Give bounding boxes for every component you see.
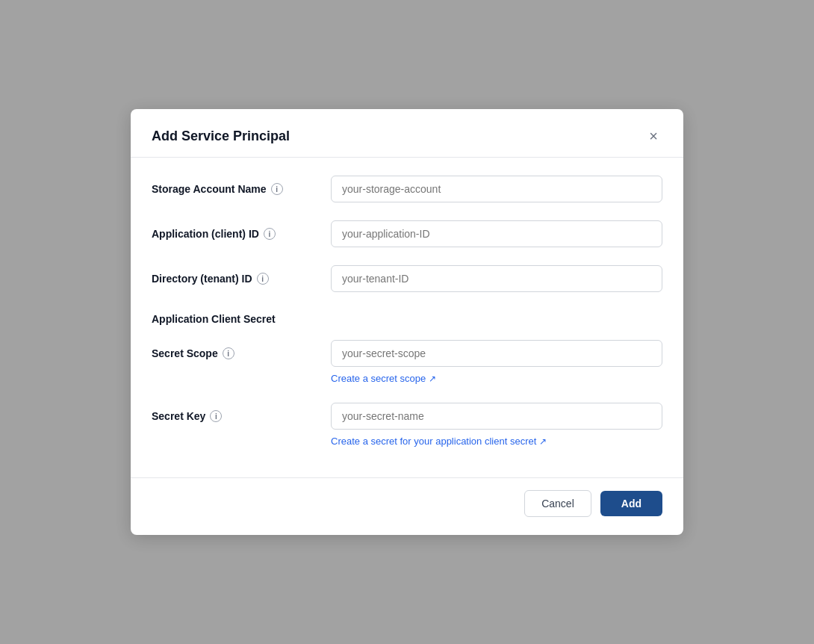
application-client-id-group: Application (client) ID i [152, 220, 662, 247]
directory-tenant-id-label: Directory (tenant) ID i [152, 273, 331, 285]
add-service-principal-modal: Add Service Principal × Storage Account … [131, 109, 683, 535]
modal-header: Add Service Principal × [131, 109, 683, 158]
storage-account-name-label: Storage Account Name i [152, 183, 331, 195]
secret-key-label: Secret Key i [152, 410, 331, 422]
modal-body: Storage Account Name i Application (clie… [131, 158, 683, 477]
storage-account-name-group: Storage Account Name i [152, 176, 662, 202]
external-link-icon-scope: ↗ [429, 374, 436, 384]
application-client-secret-heading: Application Client Secret [152, 310, 662, 325]
directory-tenant-id-info-icon[interactable]: i [257, 273, 269, 285]
secret-scope-label: Secret Scope i [152, 347, 331, 359]
secret-key-input[interactable] [331, 403, 662, 430]
create-secret-scope-link[interactable]: Create a secret scope ↗ [331, 373, 436, 384]
secret-scope-group: Secret Scope i Create a secret scope ↗ [152, 340, 662, 385]
secret-key-group: Secret Key i Create a secret for your ap… [152, 403, 662, 448]
modal-title: Add Service Principal [152, 129, 290, 144]
external-link-icon-key: ↗ [539, 436, 547, 447]
create-secret-key-link[interactable]: Create a secret for your application cli… [331, 436, 547, 447]
application-client-id-label: Application (client) ID i [152, 228, 331, 240]
secret-key-info-icon[interactable]: i [210, 410, 222, 422]
directory-tenant-id-input[interactable] [331, 265, 662, 292]
close-button[interactable]: × [644, 127, 662, 145]
add-button[interactable]: Add [600, 491, 662, 516]
application-client-secret-section: Application Client Secret [152, 310, 662, 325]
directory-tenant-id-group: Directory (tenant) ID i [152, 265, 662, 292]
secret-scope-input[interactable] [331, 340, 662, 367]
storage-account-name-info-icon[interactable]: i [271, 183, 283, 195]
secret-scope-info-icon[interactable]: i [223, 347, 234, 359]
application-client-id-input[interactable] [331, 220, 662, 247]
modal-footer: Cancel Add [131, 477, 683, 535]
cancel-button[interactable]: Cancel [524, 490, 591, 517]
modal-overlay: Add Service Principal × Storage Account … [0, 0, 814, 644]
storage-account-name-input[interactable] [331, 176, 662, 202]
application-client-id-info-icon[interactable]: i [264, 228, 276, 240]
